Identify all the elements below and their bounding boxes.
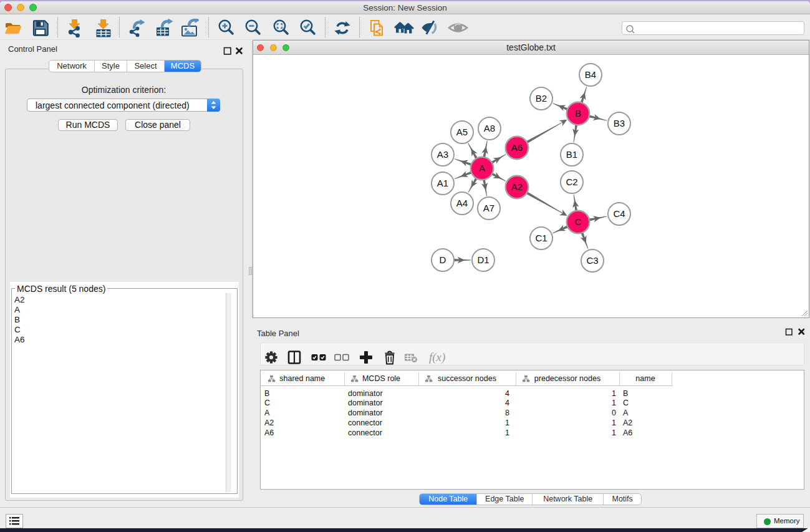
svg-text:C4: C4 bbox=[613, 208, 625, 219]
svg-text:D1: D1 bbox=[477, 254, 489, 265]
svg-text:f(x): f(x) bbox=[429, 351, 445, 364]
svg-text:A3: A3 bbox=[437, 149, 448, 160]
svg-text:B4: B4 bbox=[585, 69, 596, 80]
svg-text:C2: C2 bbox=[566, 177, 577, 187]
svg-text:A4: A4 bbox=[456, 198, 468, 208]
svg-text:A8: A8 bbox=[484, 123, 495, 133]
svg-text:A2: A2 bbox=[511, 181, 523, 192]
svg-text:D: D bbox=[440, 254, 446, 265]
svg-text:A7: A7 bbox=[483, 203, 494, 213]
svg-text:B2: B2 bbox=[536, 93, 547, 104]
svg-text:C: C bbox=[575, 216, 582, 227]
svg-text:A6: A6 bbox=[511, 142, 523, 153]
svg-text:A1: A1 bbox=[437, 178, 448, 188]
svg-text:C3: C3 bbox=[586, 255, 598, 266]
svg-text:A: A bbox=[479, 163, 485, 173]
svg-text:C1: C1 bbox=[535, 233, 547, 243]
svg-text:A5: A5 bbox=[456, 127, 468, 137]
svg-text:B: B bbox=[575, 108, 581, 118]
svg-text:B1: B1 bbox=[566, 149, 577, 160]
svg-text:B3: B3 bbox=[614, 118, 625, 128]
